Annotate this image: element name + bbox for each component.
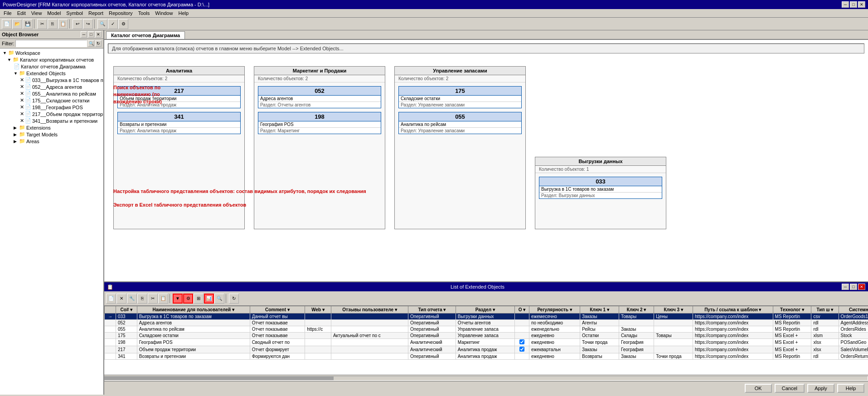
generate-button[interactable]: ⚙ [118, 19, 128, 29]
col-system[interactable]: Системное ▾ [839, 306, 868, 314]
col-comment[interactable]: Comment ▾ [250, 306, 305, 314]
list-minimize-button[interactable]: ─ [842, 284, 849, 290]
tree-katalog[interactable]: ▼ 📁 Каталог корпоративных отчетов [1, 56, 102, 63]
panel-close[interactable]: ✕ [95, 31, 102, 38]
list-export-button[interactable]: 📊 [204, 294, 214, 304]
cancel-button[interactable]: Cancel [775, 384, 805, 393]
tree-033[interactable]: ✕ 📄 033__Выгрузка в 1С товаров по за [1, 77, 102, 83]
expand-areas[interactable]: ▶ [14, 139, 18, 144]
list-delete-button[interactable]: ✕ [116, 294, 126, 304]
tree-target-models[interactable]: ▶ 📁 Target Models [1, 131, 102, 138]
table-row[interactable]: 217Объем продаж территорииОтчет формируе… [105, 346, 868, 353]
col-tech[interactable]: Технолог ▾ [773, 306, 811, 314]
expand-extensions[interactable]: ▶ [14, 126, 18, 130]
list-paste-button[interactable]: 📋 [158, 294, 168, 304]
filter-input[interactable] [15, 40, 87, 47]
table-row[interactable]: →033Выгрузка в 1С товаров по заказамДанн… [105, 314, 868, 320]
table-row[interactable]: 198География POSСводный отчет поАналитич… [105, 339, 868, 346]
redo-button[interactable]: ↪ [83, 19, 93, 29]
list-columns-button[interactable]: ⊞ [194, 294, 204, 304]
report-341[interactable]: 341 Возвраты и претензии Раздел: Аналити… [117, 112, 241, 134]
col-path[interactable]: Путь / ссылка к шаблон ▾ [693, 306, 773, 314]
tree-217[interactable]: ✕ 📄 217__Объем продаж территории [1, 111, 102, 117]
apply-button[interactable]: Apply [807, 384, 834, 393]
list-close-button[interactable]: ✕ [858, 284, 865, 290]
col-format[interactable]: Тип ш ▾ [811, 306, 839, 314]
tree-341[interactable]: ✕ 📄 341__Возвраты и претензии [1, 117, 102, 124]
table-row[interactable]: 055Аналитика по рейсамОтчет показываеhtt… [105, 326, 868, 333]
menu-item-help[interactable]: Help [175, 10, 191, 17]
col-name[interactable]: Наименование для пользователей ▾ [137, 306, 250, 314]
list-copy-button[interactable]: ⎘ [137, 294, 147, 304]
tree-055[interactable]: ✕ 📄 055__Аналитика по рейсам [1, 90, 102, 97]
panel-maximize[interactable]: □ [88, 31, 94, 38]
copy-button[interactable]: ⎘ [48, 19, 58, 29]
tree-diagram[interactable]: 📄 Каталог отчетов Диаграмма [1, 63, 102, 70]
minimize-button[interactable]: ─ [842, 1, 849, 8]
expand-target[interactable]: ▶ [14, 132, 18, 137]
filter-search-button[interactable]: 🔍 [88, 40, 94, 47]
tree-areas[interactable]: ▶ 📁 Areas [1, 138, 102, 145]
paste-button[interactable]: 📋 [58, 19, 68, 29]
find-button[interactable]: 🔍 [97, 19, 107, 29]
cut-button[interactable]: ✂ [37, 19, 47, 29]
report-052[interactable]: 052 Адреса агентов Раздел: Отчеты агенто… [258, 86, 381, 108]
undo-button[interactable]: ↩ [73, 19, 82, 29]
col-key1[interactable]: Ключ 1 ▾ [580, 306, 619, 314]
col-web[interactable]: Web ▾ [305, 306, 331, 314]
col-key3[interactable]: Ключ 3 ▾ [654, 306, 693, 314]
table-row[interactable]: 052Адреса агентовОтчет показываеОператив… [105, 320, 868, 326]
col-reviews[interactable]: Отзывы пользователе ▾ [331, 306, 408, 314]
ok-button[interactable]: OK [745, 384, 772, 393]
list-filter-button[interactable]: ▼ [173, 294, 183, 304]
help-button[interactable]: Help [837, 384, 864, 393]
menu-item-report[interactable]: Report [86, 10, 106, 17]
close-button[interactable]: ✕ [858, 1, 865, 8]
menu-item-symbol[interactable]: Symbol [63, 10, 86, 17]
menu-item-view[interactable]: View [29, 10, 45, 17]
menu-item-edit[interactable]: Edit [15, 10, 29, 17]
scroll-track[interactable] [104, 376, 868, 381]
menu-item-tools[interactable]: Tools [136, 10, 153, 17]
open-button[interactable]: 📂 [12, 19, 22, 29]
expand-extended[interactable]: ▼ [14, 71, 18, 76]
horizontal-scroll[interactable] [104, 375, 868, 381]
list-settings-button[interactable]: ⚙ [183, 294, 193, 304]
report-033[interactable]: 033 Выгрузка в 1С товаров по заказам Раз… [539, 177, 662, 199]
tree-052[interactable]: ✕ 📄 052__Адреса агентов [1, 83, 102, 90]
save-button[interactable]: 💾 [23, 19, 33, 29]
table-row[interactable]: 175Складские остаткиОтчет показываеАктуа… [105, 333, 868, 339]
new-button[interactable]: 📄 [2, 19, 12, 29]
col-code[interactable]: Со# ▾ [116, 306, 137, 314]
maximize-button[interactable]: □ [850, 1, 857, 8]
list-properties-button[interactable]: 🔧 [127, 294, 137, 304]
expand-workspace[interactable]: ▼ [3, 51, 7, 55]
list-maximize-button[interactable]: □ [850, 284, 857, 290]
col-regularity[interactable]: Регулярность ▾ [529, 306, 580, 314]
list-find-button[interactable]: 🔍 [214, 294, 224, 304]
col-o[interactable]: О ▾ [514, 306, 529, 314]
list-refresh-button[interactable]: ↻ [229, 294, 239, 304]
tree-workspace[interactable]: ▼ 📁 Workspace [1, 49, 102, 56]
col-type[interactable]: Тип отчета ▾ [408, 306, 456, 314]
tree-extensions[interactable]: ▶ 📁 Extensions [1, 124, 102, 131]
report-198[interactable]: 198 География POS Раздел: Маркетинг [258, 112, 381, 134]
list-new-button[interactable]: 📄 [106, 294, 116, 304]
scroll-thumb[interactable] [105, 377, 334, 380]
check-button[interactable]: ✓ [108, 19, 118, 29]
col-key2[interactable]: Ключ 2 ▾ [619, 306, 654, 314]
list-cut-button[interactable]: ✂ [148, 294, 158, 304]
tree-175[interactable]: ✕ 📄 175__Складские остатки [1, 97, 102, 104]
report-175[interactable]: 175 Складские остатки Раздел: Управление… [398, 86, 522, 108]
table-row[interactable]: 341Возвраты и претензииФормируются данОп… [105, 353, 868, 360]
filter-refresh-button[interactable]: ↻ [95, 40, 102, 47]
tab-diagram[interactable]: Каталог отчетов Диаграмма [106, 31, 185, 39]
menu-item-repository[interactable]: Repository [106, 10, 136, 17]
report-055[interactable]: 055 Аналитика по рейсам Раздел: Управлен… [398, 112, 522, 134]
menu-item-window[interactable]: Window [152, 10, 175, 17]
report-217[interactable]: 217 Объем продаж территории Раздел: Анал… [117, 86, 241, 108]
col-section[interactable]: Раздел ▾ [456, 306, 514, 314]
menu-item-model[interactable]: Model [44, 10, 63, 17]
tree-198[interactable]: ✕ 📄 198__География POS [1, 104, 102, 111]
panel-minimize[interactable]: ─ [81, 31, 87, 38]
